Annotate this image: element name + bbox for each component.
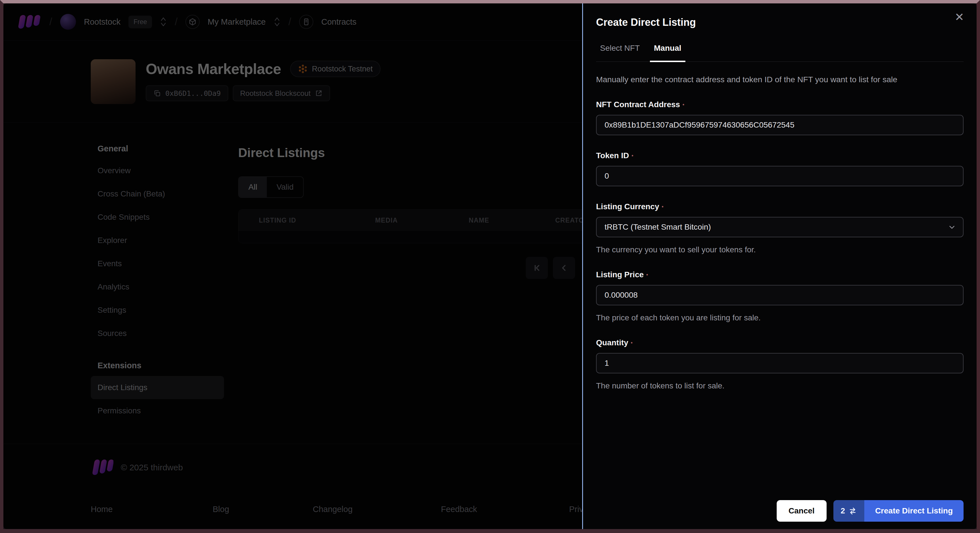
quantity-helper: The number of tokens to list for sale.	[596, 381, 964, 390]
listing-currency-value: tRBTC (Testnet Smart Bitcoin)	[605, 223, 711, 232]
listing-price-input[interactable]	[596, 285, 964, 305]
quantity-label: Quantity	[596, 338, 628, 347]
drawer-description: Manually enter the contract address and …	[596, 75, 964, 84]
drawer-title: Create Direct Listing	[596, 16, 964, 29]
create-direct-listing-drawer: ✕ Create Direct Listing Select NFT Manua…	[582, 3, 977, 529]
listing-currency-field-group: Listing Currency* tRBTC (Testnet Smart B…	[596, 202, 964, 254]
listing-currency-select[interactable]: tRBTC (Testnet Smart Bitcoin)	[596, 217, 964, 237]
contract-address-input[interactable]	[596, 115, 964, 135]
tab-select-nft[interactable]: Select NFT	[596, 44, 644, 62]
token-id-field-group: Token ID*	[596, 151, 964, 186]
drawer-tabs: Select NFT Manual	[596, 44, 964, 62]
close-icon[interactable]: ✕	[953, 10, 966, 24]
transaction-count-badge: 2	[834, 500, 865, 522]
thirdweb-dashboard: / Rootstock Free / My Marketplace / Cont…	[3, 3, 977, 529]
token-id-input[interactable]	[596, 166, 964, 186]
listing-currency-label: Listing Currency	[596, 202, 659, 211]
contract-address-field-group: NFT Contract Address*	[596, 100, 964, 135]
drawer-actions: Cancel 2 Create Direct Listing	[777, 500, 964, 522]
quantity-field-group: Quantity* The number of tokens to list f…	[596, 338, 964, 390]
create-direct-listing-button[interactable]: 2 Create Direct Listing	[834, 500, 964, 522]
required-asterisk: *	[631, 341, 633, 346]
chevron-down-icon	[948, 223, 956, 231]
listing-currency-helper: The currency you want to sell your token…	[596, 245, 964, 254]
create-direct-listing-label: Create Direct Listing	[864, 500, 964, 522]
swap-arrows-icon	[848, 507, 857, 515]
window-frame: / Rootstock Free / My Marketplace / Cont…	[0, 0, 980, 533]
tab-manual[interactable]: Manual	[650, 44, 685, 62]
required-asterisk: *	[646, 273, 648, 278]
required-asterisk: *	[682, 103, 684, 108]
listing-price-label: Listing Price	[596, 270, 644, 279]
cancel-button[interactable]: Cancel	[777, 500, 827, 522]
required-asterisk: *	[632, 154, 633, 159]
listing-price-helper: The price of each token you are listing …	[596, 313, 964, 322]
contract-address-label: NFT Contract Address	[596, 100, 680, 109]
quantity-input[interactable]	[596, 353, 964, 373]
token-id-label: Token ID	[596, 151, 629, 160]
listing-price-field-group: Listing Price* The price of each token y…	[596, 270, 964, 322]
required-asterisk: *	[662, 205, 663, 210]
